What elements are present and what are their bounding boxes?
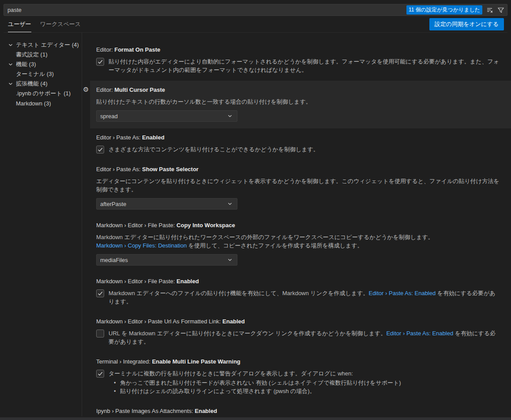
- setting-title-key: Enabled: [177, 278, 199, 285]
- setting-title-prefix: Editor › Paste As:: [96, 166, 142, 172]
- description-lines: エディターにコンテンツを貼り付けるときにウィジェットを表示するかどうかを制御しま…: [96, 177, 500, 194]
- filter-icon[interactable]: [496, 5, 506, 15]
- sidebar-item-formatting[interactable]: 書式設定 (1): [0, 50, 82, 60]
- check-icon: [97, 290, 103, 296]
- description-lines: 貼り付けたテキストの行数がカーソル数と一致する場合の貼り付けを制御します。: [96, 98, 500, 106]
- chevron-down-icon: [7, 61, 14, 68]
- sidebar-item-label: 書式設定 (1): [16, 51, 48, 59]
- description-lines: Markdown エディターへのファイルの貼り付け機能を有効にして、Markdo…: [109, 289, 500, 306]
- setting-title-prefix: Markdown › Editor › File Paste:: [96, 278, 177, 285]
- check-icon: [97, 146, 103, 153]
- check-icon: [97, 371, 103, 377]
- bullet-item: 角かっこで囲まれた貼り付けモードが表示されない 有効 (シェルはネイティブで複数…: [109, 379, 500, 387]
- setting-row-markdown-paste-url-as-formatted-link: Markdown › Editor › Paste Url As Formatt…: [90, 312, 511, 352]
- setting-row-markdown-file-paste-enabled: Markdown › Editor › File Paste: EnabledM…: [90, 272, 511, 312]
- setting-link[interactable]: Editor › Paste As: Enabled: [368, 290, 436, 296]
- setting-title: Markdown › Editor › Paste Url As Formatt…: [96, 318, 500, 326]
- setting-title: Editor › Paste As: Show Paste Selector: [96, 165, 500, 173]
- results-count-badge: 11 個の設定が見つかりました: [406, 5, 482, 15]
- sidebar-item-text-editor[interactable]: テキスト エディター (4): [0, 40, 82, 50]
- tab-workspace[interactable]: ワークスペース: [40, 16, 81, 32]
- setting-row-ipynb-paste-images-as-attachments: Ipynb › Paste Images As Attachments: Ena…: [90, 402, 511, 416]
- description-line: ターミナルに複数の行を貼り付けるときに警告ダイアログを表示します。ダイアログに …: [109, 369, 500, 378]
- checkbox[interactable]: [96, 58, 104, 66]
- setting-description: Markdown エディターに貼り付けられたワークスペースの外部のファイルをワー…: [96, 233, 500, 250]
- select-dropdown[interactable]: spread: [96, 110, 237, 122]
- description-text: を使用して、コピーされたファイルを作成する場所を構成します。: [187, 242, 363, 249]
- select-dropdown[interactable]: afterPaste: [96, 198, 237, 210]
- setting-title-prefix: Ipynb › Paste Images As Attachments:: [96, 408, 195, 414]
- description-text: さまざまな方法でコンテンツを貼り付けることができるかどうかを制御します。: [109, 146, 319, 153]
- tab-user[interactable]: ユーザー: [8, 16, 31, 32]
- sidebar-item-label: ターミナル (3): [16, 70, 54, 78]
- bullet-item: 貼り付けはシェルの読み取りラインによって処理されます (pwsh の場合)。: [109, 387, 500, 395]
- turn-on-settings-sync-button[interactable]: 設定の同期をオンにする: [429, 18, 504, 30]
- setting-title: Editor: Format On Paste: [96, 46, 500, 54]
- settings-list: Editor: Format On Paste貼り付けた内容がエディターにより自…: [82, 33, 511, 416]
- description-text: URL を Markdown エディターに貼り付けるときにマークダウン リンクを…: [109, 330, 386, 337]
- sidebar-item-markdown[interactable]: Markdown (3): [0, 98, 82, 108]
- description-text: Markdown エディターへのファイルの貼り付け機能を有効にして、Markdo…: [109, 290, 368, 296]
- setting-row-editor-format-on-paste: Editor: Format On Paste貼り付けた内容がエディターにより自…: [90, 41, 511, 81]
- description-line: エディターにコンテンツを貼り付けるときにウィジェットを表示するかどうかを制御しま…: [96, 177, 500, 194]
- select-value: spread: [100, 113, 226, 120]
- chevron-down-icon: [226, 200, 233, 207]
- checkbox-description-row: さまざまな方法でコンテンツを貼り付けることができるかどうかを制御します。: [96, 145, 500, 154]
- chevron-down-icon: [226, 112, 233, 120]
- description-text: Markdown エディターに貼り付けられたワークスペースの外部のファイルをワー…: [96, 234, 434, 240]
- sidebar-item-label: 拡張機能 (4): [16, 80, 48, 88]
- sidebar-item-terminal[interactable]: ターミナル (3): [0, 69, 82, 79]
- setting-title-prefix: Markdown › Editor › Paste Url As Formatt…: [96, 318, 222, 325]
- checkbox-description-row: ターミナルに複数の行を貼り付けるときに警告ダイアログを表示します。ダイアログに …: [96, 369, 500, 395]
- gear-icon[interactable]: ⚙: [83, 86, 89, 93]
- scope-tabs: ユーザー ワークスペース 設定の同期をオンにする: [4, 16, 507, 33]
- description-line: さまざまな方法でコンテンツを貼り付けることができるかどうかを制御します。: [109, 145, 500, 154]
- select-dropdown[interactable]: mediaFiles: [96, 254, 237, 266]
- setting-title-key: Enable Multi Line Paste Warning: [152, 358, 240, 365]
- setting-link[interactable]: Editor › Paste As: Enabled: [386, 330, 453, 337]
- setting-link[interactable]: Markdown › Copy Files: Destination: [96, 242, 187, 249]
- checkbox[interactable]: [96, 330, 104, 338]
- setting-description: 貼り付けた内容がエディターにより自動的にフォーマットされるかどうかを制御します。…: [96, 57, 500, 74]
- sidebar-item-label: 機能 (3): [16, 60, 36, 68]
- checkbox[interactable]: [96, 370, 104, 378]
- settings-header: 11 個の設定が見つかりました ユーザー ワークスペース 設定の同期をオンにする: [0, 0, 511, 33]
- setting-description: さまざまな方法でコンテンツを貼り付けることができるかどうかを制御します。: [96, 145, 500, 154]
- checkbox[interactable]: [96, 146, 104, 154]
- setting-description: Markdown エディターへのファイルの貼り付け機能を有効にして、Markdo…: [96, 289, 500, 306]
- clear-filter-icon[interactable]: [485, 5, 495, 15]
- checkbox[interactable]: [96, 289, 104, 297]
- setting-description: 貼り付けたテキストの行数がカーソル数と一致する場合の貼り付けを制御します。: [96, 98, 500, 106]
- description-lines: さまざまな方法でコンテンツを貼り付けることができるかどうかを制御します。: [109, 145, 500, 154]
- sidebar-item-features[interactable]: 機能 (3): [0, 60, 82, 69]
- settings-toc: テキスト エディター (4)書式設定 (1)機能 (3)ターミナル (3)拡張機…: [0, 33, 82, 416]
- setting-title-prefix: Editor › Paste As:: [96, 134, 142, 141]
- setting-title-key: Enabled: [222, 318, 245, 325]
- description-line: 貼り付けた内容がエディターにより自動的にフォーマットされるかどうかを制御します。…: [109, 57, 500, 74]
- setting-row-markdown-file-paste-copy-into-workspace: Markdown › Editor › File Paste: Copy Int…: [90, 216, 511, 272]
- search-input[interactable]: [4, 7, 406, 13]
- setting-description: URL を Markdown エディターに貼り付けるときにマークダウン リンクを…: [96, 329, 500, 346]
- chevron-down-icon: [7, 80, 14, 87]
- checkbox-description-row: 貼り付けた内容がエディターにより自動的にフォーマットされるかどうかを制御します。…: [96, 57, 500, 74]
- setting-title: Editor: Multi Cursor Paste: [96, 86, 500, 94]
- setting-row-editor-multi-cursor-paste: ⚙Editor: Multi Cursor Paste貼り付けたテキストの行数が…: [90, 81, 511, 128]
- description-lines: URL を Markdown エディターに貼り付けるときにマークダウン リンクを…: [109, 329, 500, 346]
- description-line: Markdown エディターに貼り付けられたワークスペースの外部のファイルをワー…: [96, 233, 500, 241]
- checkbox-description-row: Markdown エディターへのファイルの貼り付け機能を有効にして、Markdo…: [96, 289, 500, 306]
- description-line: Markdown › Copy Files: Destination を使用して…: [96, 241, 500, 250]
- description-lines: Markdown エディターに貼り付けられたワークスペースの外部のファイルをワー…: [96, 233, 500, 250]
- settings-body: テキスト エディター (4)書式設定 (1)機能 (3)ターミナル (3)拡張機…: [0, 33, 511, 416]
- setting-title-key: Show Paste Selector: [142, 166, 199, 172]
- sidebar-item-label: Markdown (3): [16, 100, 51, 107]
- setting-title-key: Copy Into Workspace: [177, 222, 235, 229]
- setting-title: Terminal › Integrated: Enable Multi Line…: [96, 358, 500, 366]
- sidebar-item-ipynb[interactable]: .ipynb のサポート (1): [0, 89, 82, 98]
- description-lines: 貼り付けた内容がエディターにより自動的にフォーマットされるかどうかを制御します。…: [109, 57, 500, 74]
- setting-title-prefix: Terminal › Integrated:: [96, 358, 152, 365]
- bottom-strip: [0, 417, 511, 420]
- sidebar-item-label: テキスト エディター (4): [16, 41, 79, 49]
- sidebar-item-extensions[interactable]: 拡張機能 (4): [0, 79, 82, 89]
- setting-row-editor-paste-as-enabled: Editor › Paste As: Enabledさまざまな方法でコンテンツを…: [90, 128, 511, 160]
- setting-description: エディターにコンテンツを貼り付けるときにウィジェットを表示するかどうかを制御しま…: [96, 177, 500, 194]
